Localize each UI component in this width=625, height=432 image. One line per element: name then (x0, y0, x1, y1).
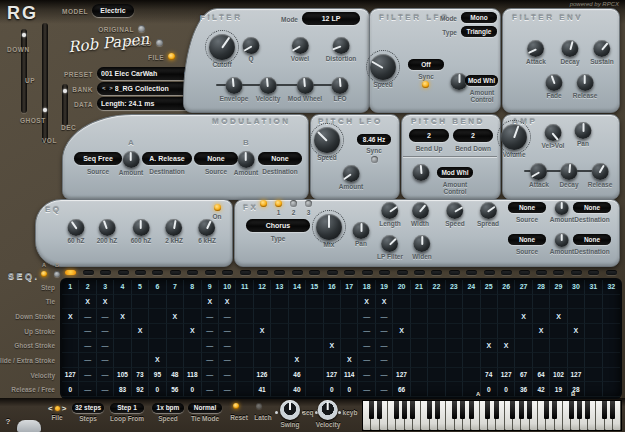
mod-b-source-select[interactable]: None (194, 152, 238, 165)
seq-ghost-stroke-step-22[interactable] (428, 339, 445, 354)
loop-from-select[interactable]: Step 1 (110, 403, 144, 413)
knob-dial[interactable] (528, 40, 545, 57)
seq-velocity-step-11[interactable] (236, 368, 253, 383)
seq-down-stroke-step-29[interactable]: X (550, 309, 567, 324)
seq-glide-extra-stroke-step-12[interactable] (254, 353, 271, 368)
seq-velocity-step-2[interactable]: — (79, 368, 96, 383)
seq-glide-extra-stroke-step-17[interactable]: X (341, 353, 358, 368)
seq-glide-extra-stroke-step-19[interactable]: — (376, 353, 393, 368)
seq-ghost-stroke-step-18[interactable]: — (358, 339, 375, 354)
seq-a-led[interactable] (41, 271, 47, 277)
seq-down-stroke-step-4[interactable]: X (114, 309, 131, 324)
knob-dial[interactable] (575, 122, 592, 139)
knob-dial[interactable] (314, 127, 340, 153)
filter-lfo-amount-control-select[interactable]: Mod Whl (465, 75, 498, 86)
filter-lfo-mode-select[interactable]: Mono (461, 12, 497, 23)
seq-velocity-step-7[interactable]: 48 (167, 368, 184, 383)
seq-glide-extra-stroke-step-23[interactable] (446, 353, 463, 368)
filter-lfo-sync-select[interactable]: Off (408, 59, 444, 70)
seq-velocity-step-4[interactable]: 105 (114, 368, 131, 383)
knob-dial[interactable] (576, 74, 593, 91)
seq-tie-step-4[interactable] (114, 295, 131, 310)
filter-lfo-speed-knob[interactable]: Speed (370, 54, 396, 88)
fx-mix-knob[interactable]: Mix (316, 214, 342, 248)
knob-dial[interactable] (332, 77, 349, 94)
seq-ghost-stroke-step-4[interactable] (114, 339, 131, 354)
seq-up-stroke-step-19[interactable]: — (376, 324, 393, 339)
seq-glide-extra-stroke-step-32[interactable] (603, 353, 620, 368)
fx-length-knob[interactable]: Length (379, 202, 401, 227)
seq-release-free-step-6[interactable]: 0 (149, 382, 166, 397)
knob-dial[interactable] (381, 202, 398, 219)
eq-on-led[interactable] (214, 204, 221, 211)
latch-led[interactable] (256, 403, 262, 409)
reset-led[interactable] (233, 403, 239, 409)
slider-handle[interactable] (22, 33, 26, 37)
seq-velocity-step-26[interactable]: 127 (498, 368, 515, 383)
seq-up-stroke-step-6[interactable] (149, 324, 166, 339)
knob-dial[interactable] (343, 165, 360, 182)
seq-glide-extra-stroke-step-14[interactable]: X (289, 353, 306, 368)
seq-velocity-step-24[interactable] (463, 368, 480, 383)
seq-tie-step-20[interactable] (393, 295, 410, 310)
seq-release-free-step-16[interactable]: 0 (324, 382, 341, 397)
seq-down-stroke-step-7[interactable]: X (167, 309, 184, 324)
file-nav[interactable]: < > (48, 404, 66, 413)
seq-up-stroke-step-8[interactable]: X (184, 324, 201, 339)
seq-release-free-step-15[interactable] (306, 382, 323, 397)
seq-ghost-stroke-step-20[interactable] (393, 339, 410, 354)
seq-glide-extra-stroke-step-7[interactable] (167, 353, 184, 368)
amp-volume-knob[interactable]: Volume (501, 124, 527, 158)
seq-velocity-step-30[interactable]: 127 (568, 368, 585, 383)
knob-dial[interactable] (292, 37, 309, 54)
seq-glide-extra-stroke-step-30[interactable] (568, 353, 585, 368)
amp-attack-knob[interactable]: Attack (529, 163, 549, 188)
seq-glide-extra-stroke-step-27[interactable] (515, 353, 532, 368)
seq-glide-extra-stroke-step-25[interactable] (481, 353, 498, 368)
seq-velocity-step-16[interactable]: 127 (324, 368, 341, 383)
eq-2khz-knob[interactable]: 2 kHZ (165, 219, 183, 244)
seq-tie-step-28[interactable] (533, 295, 550, 310)
seq-up-stroke-step-27[interactable] (515, 324, 532, 339)
seq-velocity-step-32[interactable] (603, 368, 620, 383)
knob-dial[interactable] (209, 34, 235, 60)
seq-down-stroke-step-19[interactable]: — (376, 309, 393, 324)
seq-down-stroke-step-21[interactable] (411, 309, 428, 324)
help-button[interactable]: ? (2, 417, 14, 426)
pitch-lfo-speed-knob[interactable]: Speed (314, 127, 340, 161)
knob-dial[interactable] (68, 219, 85, 236)
seq-velocity-step-9[interactable]: — (202, 368, 219, 383)
seq-tie-step-19[interactable]: X (376, 295, 393, 310)
piano-black-key[interactable] (544, 401, 549, 419)
seq-down-stroke-step-15[interactable] (306, 309, 323, 324)
amp-velvol-knob[interactable]: Vel>Vol (542, 124, 565, 149)
piano-black-key[interactable] (427, 401, 432, 419)
seq-down-stroke-step-24[interactable] (463, 309, 480, 324)
seq-release-free-step-22[interactable] (428, 382, 445, 397)
seq-down-stroke-step-30[interactable] (568, 309, 585, 324)
seq-glide-extra-stroke-step-29[interactable] (550, 353, 567, 368)
seq-ghost-stroke-step-23[interactable] (446, 339, 463, 354)
seq-glide-extra-stroke-step-28[interactable] (533, 353, 550, 368)
seq-ghost-stroke-step-24[interactable] (463, 339, 480, 354)
piano-black-key[interactable] (527, 401, 532, 419)
seq-glide-extra-stroke-step-21[interactable] (411, 353, 428, 368)
edited-led[interactable] (156, 39, 163, 46)
seq-tie-step-15[interactable] (306, 295, 323, 310)
seq-ghost-stroke-step-12[interactable] (254, 339, 271, 354)
mod-a-amount-knob[interactable]: Amount (119, 151, 144, 176)
seq-release-free-step-7[interactable]: 56 (167, 382, 184, 397)
seq-up-stroke-step-20[interactable]: X (393, 324, 410, 339)
seq-tie-step-2[interactable]: X (79, 295, 96, 310)
amp-decay-knob[interactable]: Decay (559, 163, 578, 188)
filter-lfo-type-select[interactable]: Triangle (461, 26, 497, 37)
piano-black-key[interactable] (369, 401, 374, 419)
fx-mod1-source-select[interactable]: None (508, 202, 546, 213)
mod-b-destination-select[interactable]: None (258, 152, 302, 165)
seq-ghost-stroke-step-30[interactable] (568, 339, 585, 354)
seq-down-stroke-step-9[interactable]: — (202, 309, 219, 324)
seq-glide-extra-stroke-step-16[interactable] (324, 353, 341, 368)
seq-ghost-stroke-step-2[interactable]: — (79, 339, 96, 354)
knob-dial[interactable] (562, 40, 579, 57)
seq-velocity-step-5[interactable]: 73 (132, 368, 149, 383)
